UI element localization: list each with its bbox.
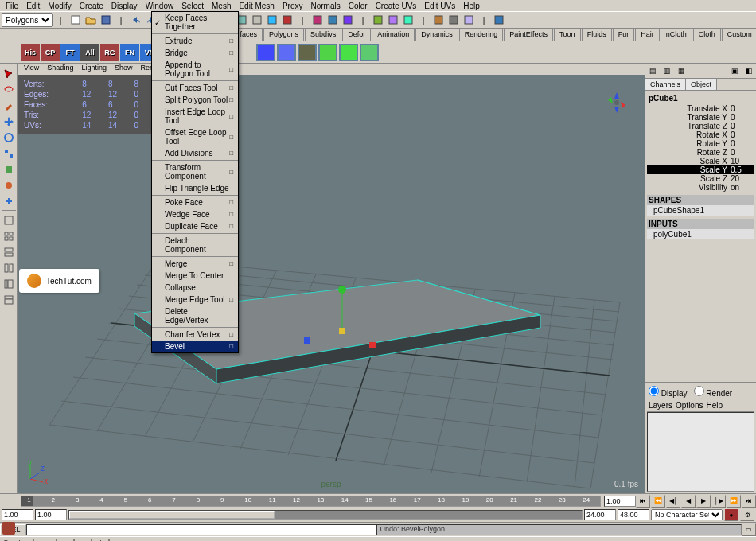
layout-two-v[interactable]: [2, 261, 16, 275]
playback-btn-4[interactable]: ▶: [696, 495, 711, 508]
layer-list[interactable]: [647, 412, 754, 492]
script-editor-button[interactable]: ▭: [742, 523, 756, 536]
move-tool[interactable]: [2, 115, 16, 129]
tab-object[interactable]: Object: [686, 79, 717, 90]
render-globals-icon[interactable]: [341, 13, 355, 27]
shelf-tab-fluids[interactable]: Fluids: [582, 29, 612, 41]
shelf-tab-defor[interactable]: Defor: [342, 29, 371, 41]
layout-persp-outliner[interactable]: [2, 277, 16, 291]
shelf-tab-fur[interactable]: Fur: [613, 29, 635, 41]
menu-item-duplicate-face[interactable]: Duplicate Face: [152, 220, 238, 232]
new-scene-icon[interactable]: [68, 13, 83, 27]
shelf-icon-x3[interactable]: [339, 44, 358, 61]
shelf-tab-subdivs[interactable]: Subdivs: [305, 29, 341, 41]
menu-item-offset-edge-loop-tool[interactable]: Offset Edge Loop Tool: [152, 126, 238, 147]
shelf-tab-hair[interactable]: Hair: [635, 29, 660, 41]
menu-item-bevel[interactable]: Bevel: [152, 341, 238, 352]
playback-btn-1[interactable]: ⏪: [651, 495, 665, 508]
menu-item-flip-triangle-edge[interactable]: Flip Triangle Edge: [152, 182, 238, 194]
shelf-icon-hand[interactable]: [360, 44, 379, 61]
shape-node[interactable]: pCubeShape1: [647, 205, 754, 216]
playback-btn-6[interactable]: ⏩: [727, 495, 741, 508]
module-selector[interactable]: Polygons: [2, 13, 53, 27]
construction-history-icon[interactable]: [492, 13, 506, 27]
shelf-icon-x1[interactable]: [298, 44, 317, 61]
viewport[interactable]: persp 0.1 fps yxz: [18, 75, 645, 493]
menu-modify[interactable]: Modify: [44, 2, 75, 10]
menu-item-bridge[interactable]: Bridge: [152, 47, 238, 59]
channel-scale-y[interactable]: Scale Y0.5: [647, 165, 754, 174]
render-icon[interactable]: [310, 13, 325, 27]
snap-view-icon[interactable]: [280, 13, 294, 27]
playback-end-field[interactable]: [584, 509, 616, 520]
prefs-icon[interactable]: ⚙: [740, 508, 754, 521]
outliner-icon[interactable]: [386, 13, 400, 27]
manip-tool[interactable]: [2, 162, 16, 177]
scale-tool[interactable]: [2, 146, 16, 161]
snap-curve-icon[interactable]: [250, 13, 264, 27]
playback-btn-7[interactable]: ⏭: [742, 495, 756, 508]
shelf-tab-painteffects[interactable]: PaintEffects: [504, 29, 553, 41]
menu-normals[interactable]: Normals: [306, 2, 344, 10]
z-icon[interactable]: [462, 13, 476, 27]
channel-scale-z[interactable]: Scale Z20: [647, 174, 754, 183]
menu-item-split-polygon-tool[interactable]: Split Polygon Tool: [152, 94, 238, 106]
shelf-tab-cloth[interactable]: Cloth: [693, 29, 721, 41]
menu-item-detach-component[interactable]: Detach Component: [152, 235, 238, 255]
cb-icon[interactable]: ▤: [645, 64, 660, 78]
shelf-tab-toon[interactable]: Toon: [554, 29, 581, 41]
cb-icon[interactable]: ◧: [742, 64, 756, 78]
menu-window[interactable]: Window: [142, 2, 178, 10]
layer-menu-layers[interactable]: Layers: [649, 401, 672, 410]
menu-item-append-to-polygon-tool[interactable]: Append to Polygon Tool: [152, 59, 238, 80]
shelf-ft[interactable]: FT: [60, 44, 80, 61]
channel-translate-z[interactable]: Translate Z0: [647, 122, 754, 130]
menu-item-add-divisions[interactable]: Add Divisions: [152, 147, 238, 159]
menu-item-merge-to-center[interactable]: Merge To Center: [152, 270, 238, 282]
layer-menu-help[interactable]: Help: [706, 401, 723, 410]
open-scene-icon[interactable]: [84, 13, 98, 27]
shelf-icon-x2[interactable]: [318, 44, 337, 61]
viewport-menu-lighting[interactable]: Lighting: [78, 64, 110, 75]
time-slider[interactable]: 123456789101112131415161718192021222324 …: [0, 493, 756, 508]
shelf-his[interactable]: His: [21, 44, 40, 61]
soft-mod-tool[interactable]: [2, 178, 16, 193]
character-set-selector[interactable]: No Character Set: [651, 509, 723, 520]
menu-item-insert-edge-loop-tool[interactable]: Insert Edge Loop Tool: [152, 106, 238, 126]
cb-icon[interactable]: ▣: [727, 64, 742, 78]
menu-proxy[interactable]: Proxy: [279, 2, 307, 10]
channel-translate-x[interactable]: Translate X0: [647, 104, 754, 113]
channel-rotate-y[interactable]: Rotate Y0: [647, 139, 754, 148]
shelf-fn[interactable]: FN: [120, 44, 139, 61]
rotate-tool[interactable]: [2, 130, 16, 145]
playback-btn-0[interactable]: ⏮: [636, 495, 650, 508]
viewport-menu-shading[interactable]: Shading: [44, 64, 76, 75]
playback-start-field[interactable]: [35, 509, 67, 520]
menu-edit[interactable]: Edit: [22, 2, 44, 10]
playback-btn-3[interactable]: ◀: [681, 495, 696, 508]
shelf-icon-hre[interactable]: [256, 44, 275, 61]
save-scene-icon[interactable]: [99, 13, 113, 27]
autokey-toggle[interactable]: ●: [724, 508, 738, 521]
display-layers-radio[interactable]: Display: [649, 386, 688, 398]
snap-point-icon[interactable]: [265, 13, 279, 27]
channel-rotate-x[interactable]: Rotate X0: [647, 130, 754, 139]
shelf-tab-dynamics[interactable]: Dynamics: [415, 29, 458, 41]
menu-item-collapse[interactable]: Collapse: [152, 282, 238, 294]
menu-item-wedge-face[interactable]: Wedge Face: [152, 208, 238, 220]
menu-item-keep-faces-together[interactable]: Keep Faces Together: [152, 12, 238, 33]
cb-icon[interactable]: ▦: [674, 64, 688, 78]
shelf-tab-rendering[interactable]: Rendering: [459, 29, 504, 41]
playback-btn-5[interactable]: │▶: [711, 495, 726, 508]
range-thumb[interactable]: [69, 511, 275, 519]
range-track[interactable]: [68, 510, 583, 520]
ipr-icon[interactable]: [325, 13, 340, 27]
anim-start-field[interactable]: [2, 509, 33, 520]
y-icon[interactable]: [446, 13, 461, 27]
menu-item-extrude[interactable]: Extrude: [152, 35, 238, 47]
menu-mesh[interactable]: Mesh: [208, 2, 235, 10]
channel-scale-x[interactable]: Scale X10: [647, 157, 754, 165]
x-icon[interactable]: [431, 13, 446, 27]
shelf-rg[interactable]: RG: [100, 44, 119, 61]
channel-translate-y[interactable]: Translate Y0: [647, 113, 754, 122]
